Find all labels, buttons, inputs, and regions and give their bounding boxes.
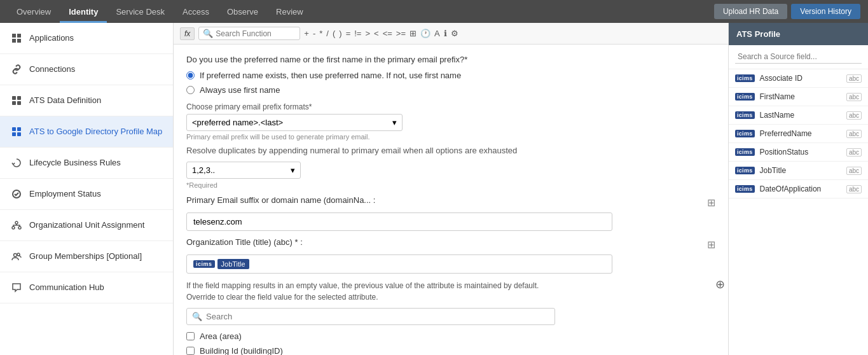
- svg-point-13: [15, 221, 18, 224]
- panel-item-associate-id[interactable]: icims Associate ID abc: [729, 69, 868, 88]
- icims-badge: icims: [735, 130, 755, 137]
- radio-preferred-input[interactable]: [186, 71, 195, 80]
- svg-rect-11: [17, 132, 21, 136]
- preferred-name-question: Do you use the preferred name or the fir…: [186, 55, 715, 64]
- numeral-select[interactable]: 1,2,3.. ▾: [186, 162, 301, 179]
- check-icon: [10, 188, 23, 200]
- op-gte[interactable]: >=: [396, 29, 406, 38]
- definition-icon: [10, 94, 23, 107]
- svg-rect-10: [12, 132, 16, 136]
- panel-item-label: Associate ID: [760, 74, 841, 83]
- nav-overview[interactable]: Overview: [8, 0, 60, 23]
- required-note: *Required: [186, 181, 715, 189]
- panel-item-preferredname[interactable]: icims PreferredName abc: [729, 125, 868, 143]
- formula-search-input[interactable]: [216, 29, 286, 38]
- icims-logo: icims: [193, 260, 215, 268]
- nav-service-desk[interactable]: Service Desk: [107, 0, 174, 23]
- checkbox-area-input[interactable]: [186, 332, 195, 340]
- type-badge: abc: [846, 74, 862, 83]
- sidebar-item-org-unit-assignment[interactable]: Organizational Unit Assignment: [0, 210, 173, 241]
- op-lte[interactable]: <=: [383, 29, 392, 38]
- panel-item-lastname[interactable]: icims LastName abc: [729, 106, 868, 125]
- op-close-paren[interactable]: ): [339, 29, 341, 38]
- panel-item-label: PositionStatus: [760, 148, 841, 157]
- search-icon: 🔍: [192, 312, 202, 321]
- panel-item-positionstatus[interactable]: icims PositionStatus abc: [729, 143, 868, 162]
- upload-hr-data-button[interactable]: Upload HR Data: [714, 4, 787, 19]
- sidebar-item-communication-hub[interactable]: Communication Hub: [0, 272, 173, 303]
- version-history-button[interactable]: Version History: [791, 4, 860, 19]
- override-search-input[interactable]: [206, 312, 549, 321]
- email-prefix-select[interactable]: <preferred name>.<last> ▾: [186, 114, 403, 131]
- job-title-badge: JobTitle: [217, 259, 249, 269]
- formula-search-icon: 🔍: [203, 29, 213, 38]
- op-grid[interactable]: ⊞: [410, 29, 417, 38]
- svg-point-16: [14, 254, 17, 257]
- svg-rect-5: [17, 96, 21, 100]
- add-field-button[interactable]: ⊕: [715, 277, 725, 291]
- panel-item-label: PreferredName: [760, 129, 841, 138]
- radio-always-first[interactable]: Always use first name: [186, 85, 715, 95]
- svg-point-14: [12, 226, 15, 229]
- svg-rect-1: [17, 34, 21, 38]
- nav-observe[interactable]: Observe: [218, 0, 267, 23]
- panel-search-input[interactable]: [735, 50, 862, 64]
- checkbox-area[interactable]: Area (area): [186, 329, 715, 344]
- op-minus[interactable]: -: [313, 29, 315, 38]
- op-lt[interactable]: <: [374, 29, 379, 38]
- svg-rect-8: [12, 127, 16, 131]
- radio-use-preferred[interactable]: If preferred name exists, then use prefe…: [186, 71, 715, 80]
- nav-identity[interactable]: Identity: [60, 0, 107, 23]
- sidebar: Applications Connections ATS Data Defini…: [0, 23, 174, 355]
- panel-item-jobtitle[interactable]: icims JobTitle abc: [729, 162, 868, 180]
- panel-item-label: JobTitle: [760, 166, 841, 175]
- group-icon: [10, 250, 23, 263]
- panel-item-firstname[interactable]: icims FirstName abc: [729, 88, 868, 106]
- map-icon: [10, 125, 23, 138]
- org-title-section: Organization Title (title) (abc) * : ⊞: [186, 237, 715, 251]
- svg-rect-9: [17, 127, 21, 131]
- sidebar-item-ats-to-google[interactable]: ATS to Google Directory Profile Map: [0, 116, 173, 148]
- op-plus[interactable]: +: [304, 29, 309, 38]
- op-equals[interactable]: =: [346, 29, 351, 38]
- op-not-equals[interactable]: !=: [354, 29, 361, 38]
- panel-item-dateofapplication[interactable]: icims DateOfApplication abc: [729, 180, 868, 198]
- panel-items-list: icims Associate ID abc icims FirstName a…: [729, 69, 868, 198]
- op-slash[interactable]: /: [326, 29, 329, 38]
- chat-icon: [10, 281, 23, 294]
- sidebar-item-ats-data-definition[interactable]: ATS Data Definition: [0, 85, 173, 116]
- radio-first-input[interactable]: [186, 86, 195, 94]
- op-font[interactable]: A: [434, 29, 440, 38]
- nav-review[interactable]: Review: [267, 0, 312, 23]
- op-clock[interactable]: 🕐: [420, 29, 431, 38]
- nav-access[interactable]: Access: [174, 0, 218, 23]
- op-open-paren[interactable]: (: [333, 29, 335, 38]
- sidebar-item-group-memberships[interactable]: Group Memberships [Optional]: [0, 241, 173, 272]
- sidebar-item-employment-status[interactable]: Employment Status: [0, 179, 173, 210]
- override-info: If the field mapping results in an empty…: [186, 280, 715, 303]
- checkbox-list: Area (area) Building Id (buildingID) Cos…: [186, 329, 715, 355]
- numeral-row: 1,2,3.. ▾: [186, 162, 715, 179]
- op-settings[interactable]: ⚙: [451, 29, 458, 38]
- op-info[interactable]: ℹ: [444, 29, 447, 38]
- org-title-label: Organization Title (title) (abc) * :: [186, 237, 702, 247]
- email-suffix-input[interactable]: [186, 212, 612, 231]
- panel-title: ATS Profile: [729, 23, 868, 45]
- email-suffix-grid-icon[interactable]: ⊞: [707, 197, 715, 209]
- panel-search-area: [729, 45, 868, 69]
- type-badge: abc: [846, 130, 862, 138]
- sidebar-item-applications[interactable]: Applications: [0, 23, 173, 54]
- panel-item-label: LastName: [760, 111, 841, 120]
- chevron-down-icon: ▾: [392, 118, 397, 127]
- svg-rect-2: [12, 39, 16, 43]
- checkbox-building-id[interactable]: Building Id (buildingID): [186, 344, 715, 355]
- type-badge: abc: [846, 93, 862, 101]
- content-body: Do you use the preferred name or the fir…: [174, 45, 728, 355]
- org-title-grid-icon[interactable]: ⊞: [707, 239, 715, 251]
- link-icon: [10, 63, 23, 76]
- sidebar-item-lifecycle-business-rules[interactable]: Lifecycle Business Rules: [0, 148, 173, 179]
- sidebar-item-connections[interactable]: Connections: [0, 54, 173, 85]
- op-gt[interactable]: >: [365, 29, 370, 38]
- op-asterisk[interactable]: *: [319, 29, 322, 38]
- checkbox-building-id-input[interactable]: [186, 347, 195, 355]
